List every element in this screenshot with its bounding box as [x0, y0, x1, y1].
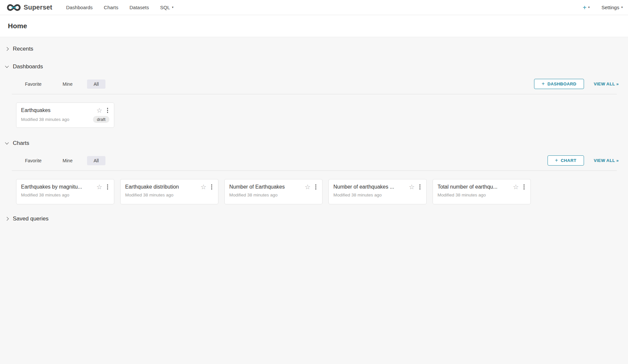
favorite-star-icon[interactable]: ☆: [97, 184, 102, 190]
tab-charts-all[interactable]: All: [87, 156, 105, 165]
chart-card-title[interactable]: Number of earthquakes ...: [333, 184, 406, 190]
plus-icon: +: [555, 158, 558, 163]
chart-card[interactable]: Number of earthquakes ... ☆ Modified 38 …: [328, 179, 427, 204]
saved-queries-section-title: Saved queries: [13, 216, 49, 222]
nav-item-charts[interactable]: Charts: [98, 0, 124, 15]
card-header: Number of Earthquakes ☆: [229, 184, 318, 190]
card-modified-text: Modified 38 minutes ago: [125, 193, 173, 197]
caret-down-icon: ▾: [621, 6, 623, 9]
draft-status-badge: draft: [93, 116, 109, 123]
card-menu-icon[interactable]: [106, 107, 110, 114]
tab-dashboards-all[interactable]: All: [87, 80, 105, 89]
settings-menu-button[interactable]: Settings ▾: [601, 5, 623, 10]
nav-item-charts-label: Charts: [104, 5, 118, 10]
new-chart-button-label: CHART: [561, 158, 576, 163]
plus-icon: +: [583, 4, 587, 11]
new-item-menu-button[interactable]: + ▾: [583, 4, 590, 11]
charts-section-title: Charts: [13, 140, 29, 147]
charts-tabs: Favorite Mine All: [18, 156, 105, 165]
chart-card[interactable]: Total number of earthqu... ☆ Modified 38…: [433, 179, 531, 204]
caret-down-icon: ▾: [172, 6, 173, 9]
card-footer: Modified 38 minutes ago: [229, 193, 318, 197]
favorite-star-icon[interactable]: ☆: [513, 184, 519, 190]
card-menu-icon[interactable]: [210, 184, 214, 190]
chevron-right-icon: [5, 47, 9, 51]
chevron-down-icon: [5, 141, 9, 144]
page-header: Home: [0, 15, 628, 37]
saved-queries-section-toggle[interactable]: Saved queries: [0, 216, 628, 222]
tab-charts-mine[interactable]: Mine: [56, 156, 79, 165]
tab-dashboards-favorite[interactable]: Favorite: [18, 80, 48, 89]
dashboards-submenu: Favorite Mine All + DASHBOARD VIEW ALL »: [0, 79, 628, 89]
card-menu-icon[interactable]: [522, 184, 526, 190]
charts-section: Charts Favorite Mine All + CHART VIEW AL…: [0, 140, 628, 204]
dashboards-card-row: Earthquakes ☆ Modified 38 minutes ago dr…: [0, 94, 628, 128]
nav-item-dashboards-label: Dashboards: [66, 5, 93, 10]
charts-submenu: Favorite Mine All + CHART VIEW ALL »: [0, 155, 628, 166]
card-menu-icon[interactable]: [106, 184, 110, 190]
dashboards-section: Dashboards Favorite Mine All + DASHBOARD…: [0, 63, 628, 128]
charts-view-all-link[interactable]: VIEW ALL »: [594, 158, 619, 163]
new-dashboard-button-label: DASHBOARD: [548, 81, 576, 86]
nav-item-sql-label: SQL: [160, 5, 170, 10]
chart-card[interactable]: Earthquakes by magnitu... ☆ Modified 38 …: [16, 179, 114, 204]
chart-card[interactable]: Number of Earthquakes ☆ Modified 38 minu…: [224, 179, 323, 204]
card-modified-text: Modified 38 minutes ago: [21, 193, 69, 197]
new-dashboard-button[interactable]: + DASHBOARD: [534, 79, 584, 89]
chart-card-title[interactable]: Earthquake distribution: [125, 184, 198, 190]
chart-card-title[interactable]: Number of Earthquakes: [229, 184, 302, 190]
dashboards-tabs: Favorite Mine All: [18, 80, 105, 89]
chart-card-title[interactable]: Earthquakes by magnitu...: [21, 184, 94, 190]
charts-actions: + CHART VIEW ALL »: [548, 155, 619, 166]
caret-down-icon: ▾: [588, 6, 590, 9]
dashboards-section-toggle[interactable]: Dashboards: [0, 63, 628, 70]
card-header: Earthquake distribution ☆: [125, 184, 213, 190]
card-footer: Modified 38 minutes ago draft: [21, 116, 109, 123]
chart-card[interactable]: Earthquake distribution ☆ Modified 38 mi…: [120, 179, 218, 204]
settings-label: Settings: [601, 5, 619, 10]
brand-name: Superset: [24, 4, 52, 11]
favorite-star-icon[interactable]: ☆: [409, 184, 415, 190]
page-title: Home: [8, 22, 620, 30]
plus-icon: +: [542, 81, 545, 86]
navbar-right: + ▾ Settings ▾: [583, 4, 623, 11]
card-header: Total number of earthqu... ☆: [437, 184, 526, 190]
dashboards-section-title: Dashboards: [13, 63, 43, 70]
recents-section-toggle[interactable]: Recents: [0, 46, 628, 52]
superset-logo[interactable]: Superset: [7, 3, 52, 12]
favorite-star-icon[interactable]: ☆: [305, 184, 311, 190]
dashboards-actions: + DASHBOARD VIEW ALL »: [534, 79, 619, 89]
nav-item-dashboards[interactable]: Dashboards: [60, 0, 98, 15]
superset-infinity-icon: [7, 3, 21, 12]
charts-section-toggle[interactable]: Charts: [0, 140, 628, 147]
favorite-star-icon[interactable]: ☆: [97, 107, 102, 114]
card-footer: Modified 38 minutes ago: [333, 193, 422, 197]
card-header: Number of earthquakes ... ☆: [333, 184, 422, 190]
card-footer: Modified 38 minutes ago: [21, 193, 109, 197]
nav-item-datasets[interactable]: Datasets: [124, 0, 154, 15]
chevron-right-icon: [5, 217, 9, 220]
recents-section-title: Recents: [13, 46, 33, 52]
tab-charts-favorite[interactable]: Favorite: [18, 156, 48, 165]
home-content: Recents Dashboards Favorite Mine All + D…: [0, 37, 628, 222]
card-menu-icon[interactable]: [418, 184, 422, 190]
tab-dashboards-mine[interactable]: Mine: [56, 80, 79, 89]
card-modified-text: Modified 38 minutes ago: [333, 193, 382, 197]
navbar: Superset Dashboards Charts Datasets SQL …: [0, 0, 628, 15]
card-menu-icon[interactable]: [314, 184, 318, 190]
chart-card-title[interactable]: Total number of earthqu...: [437, 184, 510, 190]
card-header: Earthquakes ☆: [21, 107, 109, 114]
favorite-star-icon[interactable]: ☆: [201, 184, 207, 190]
new-chart-button[interactable]: + CHART: [548, 155, 584, 166]
card-footer: Modified 38 minutes ago: [125, 193, 213, 197]
nav-links: Dashboards Charts Datasets SQL ▾: [60, 0, 179, 15]
dashboard-card-earthquakes[interactable]: Earthquakes ☆ Modified 38 minutes ago dr…: [16, 102, 114, 128]
charts-card-row: Earthquakes by magnitu... ☆ Modified 38 …: [0, 171, 628, 204]
chevron-down-icon: [5, 64, 9, 68]
card-modified-text: Modified 38 minutes ago: [21, 117, 69, 122]
nav-item-sql[interactable]: SQL ▾: [154, 0, 179, 15]
nav-item-datasets-label: Datasets: [129, 5, 149, 10]
card-modified-text: Modified 38 minutes ago: [437, 193, 486, 197]
dashboards-view-all-link[interactable]: VIEW ALL »: [594, 81, 619, 86]
dashboard-card-title[interactable]: Earthquakes: [21, 107, 94, 113]
